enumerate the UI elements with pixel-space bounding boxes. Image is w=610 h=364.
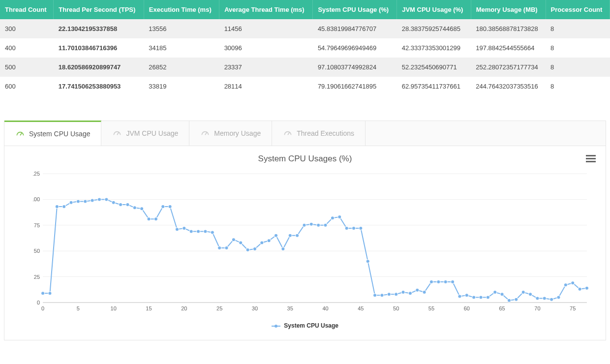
jvm-cpu-cell: 42.33373353001299 xyxy=(397,38,471,58)
svg-point-54 xyxy=(197,230,200,233)
avg-time-cell: 11456 xyxy=(219,19,313,38)
svg-point-78 xyxy=(366,260,369,263)
tab-system-cpu-usage[interactable]: System CPU Usage xyxy=(4,121,101,146)
svg-point-60 xyxy=(239,241,243,244)
svg-point-44 xyxy=(126,203,129,206)
table-body: 30022.13042195337858135561145645.8381998… xyxy=(0,19,610,96)
tab-label: JVM CPU Usage xyxy=(126,129,178,137)
svg-point-95 xyxy=(486,296,489,299)
svg-point-33 xyxy=(48,292,52,295)
column-header[interactable]: Memory Usage (MB) xyxy=(471,0,546,19)
svg-point-59 xyxy=(232,238,235,242)
svg-point-107 xyxy=(571,281,575,285)
memory-cell: 244.76432037353516 xyxy=(471,77,546,96)
tps-cell: 22.13042195337858 xyxy=(54,19,144,38)
svg-point-66 xyxy=(281,247,285,251)
performance-table: Thread CountThread Per Second (TPS)Execu… xyxy=(0,0,610,96)
column-header[interactable]: JVM CPU Usage (%) xyxy=(397,0,471,19)
svg-point-57 xyxy=(218,246,221,249)
svg-point-89 xyxy=(444,280,447,284)
svg-point-105 xyxy=(557,296,560,299)
tab-thread-executions[interactable]: Thread Executions xyxy=(272,121,366,146)
tps-cell: 11.70103846716396 xyxy=(54,38,144,58)
chart-title: System CPU Usages (%) xyxy=(13,154,597,164)
svg-point-35 xyxy=(62,205,66,209)
svg-point-68 xyxy=(296,234,299,237)
svg-point-62 xyxy=(253,247,256,251)
proc-count-cell: 8 xyxy=(546,58,610,77)
column-header[interactable]: Execution Time (ms) xyxy=(144,0,219,19)
svg-point-61 xyxy=(246,248,249,252)
proc-count-cell: 8 xyxy=(546,38,610,58)
sys-cpu-cell: 54.79649696949469 xyxy=(313,38,397,58)
svg-point-39 xyxy=(91,199,94,202)
legend-label: System CPU Usage xyxy=(284,322,338,329)
svg-point-70 xyxy=(309,222,313,226)
exec-time-cell: 13556 xyxy=(144,19,219,38)
exec-time-cell: 33819 xyxy=(144,77,219,96)
svg-point-55 xyxy=(204,230,207,233)
chart-panel: System CPU UsageJVM CPU UsageMemory Usag… xyxy=(4,121,606,340)
tab-label: Memory Usage xyxy=(214,129,261,137)
svg-point-51 xyxy=(175,228,179,231)
thread-count-link[interactable]: 600 xyxy=(0,77,54,96)
svg-point-42 xyxy=(112,201,115,204)
column-header[interactable]: Thread Count xyxy=(0,0,54,19)
chart-menu-icon[interactable] xyxy=(586,155,596,163)
sys-cpu-cell: 79.19061662741895 xyxy=(313,77,397,96)
exec-time-cell: 26852 xyxy=(144,58,219,77)
svg-point-32 xyxy=(41,292,45,295)
column-header[interactable]: Thread Per Second (TPS) xyxy=(54,0,144,19)
svg-point-47 xyxy=(147,217,151,221)
svg-text:35: 35 xyxy=(287,305,293,311)
thread-count-link[interactable]: 500 xyxy=(0,58,54,77)
svg-text:40: 40 xyxy=(322,305,328,311)
svg-text:45: 45 xyxy=(358,305,364,311)
avg-time-cell: 28114 xyxy=(219,77,313,96)
svg-point-85 xyxy=(416,288,419,292)
tab-label: System CPU Usage xyxy=(29,130,90,138)
thread-count-link[interactable]: 300 xyxy=(0,19,54,38)
svg-point-80 xyxy=(380,294,384,297)
svg-text:20: 20 xyxy=(181,305,187,311)
thread-count-link[interactable]: 400 xyxy=(0,38,54,58)
tps-cell: 17.741506253880953 xyxy=(54,77,144,96)
svg-point-48 xyxy=(154,217,157,221)
sys-cpu-cell: 45.83819984776707 xyxy=(313,19,397,38)
svg-point-104 xyxy=(550,298,553,301)
svg-point-82 xyxy=(395,293,398,296)
memory-cell: 252.28072357177734 xyxy=(471,58,546,77)
proc-count-cell: 8 xyxy=(546,77,610,96)
tab-jvm-cpu-usage[interactable]: JVM CPU Usage xyxy=(101,121,189,146)
svg-text:55: 55 xyxy=(428,305,434,311)
svg-point-108 xyxy=(578,287,581,291)
tab-memory-usage[interactable]: Memory Usage xyxy=(189,121,272,146)
svg-line-1 xyxy=(117,132,119,135)
column-header[interactable]: Processor Count xyxy=(546,0,610,19)
svg-point-91 xyxy=(458,295,461,298)
svg-point-65 xyxy=(274,234,278,237)
svg-point-99 xyxy=(515,298,518,301)
column-header[interactable]: Average Thread Time (ms) xyxy=(219,0,313,19)
svg-point-63 xyxy=(260,241,264,244)
gauge-icon xyxy=(15,129,25,139)
table-row: 40011.70103846716396341853009654.7964969… xyxy=(0,38,610,58)
svg-point-109 xyxy=(585,286,588,290)
avg-time-cell: 23337 xyxy=(219,58,313,77)
svg-point-94 xyxy=(479,296,483,299)
tab-label: Thread Executions xyxy=(297,129,354,137)
svg-text:50: 50 xyxy=(393,305,399,311)
svg-point-50 xyxy=(168,205,172,209)
gauge-icon xyxy=(112,128,122,138)
svg-point-76 xyxy=(352,227,355,230)
svg-text:30: 30 xyxy=(252,305,258,311)
svg-point-92 xyxy=(465,294,468,297)
svg-point-67 xyxy=(288,234,292,237)
gauge-icon xyxy=(283,128,293,138)
jvm-cpu-cell: 28.38375925744685 xyxy=(397,19,471,38)
column-header[interactable]: System CPU Usage (%) xyxy=(313,0,397,19)
svg-point-56 xyxy=(211,231,214,234)
svg-point-87 xyxy=(429,280,433,284)
svg-point-43 xyxy=(119,203,122,206)
svg-point-36 xyxy=(69,201,73,204)
